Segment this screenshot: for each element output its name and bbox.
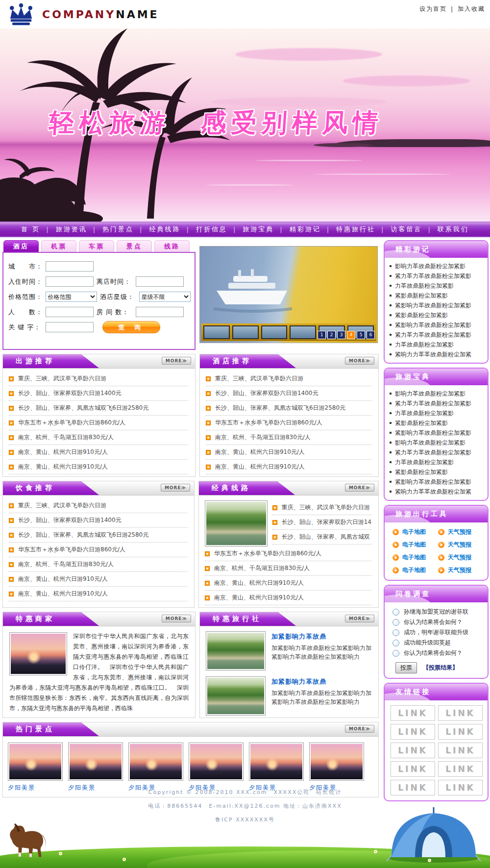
more-button[interactable]: MORE≫ bbox=[345, 484, 374, 492]
slideshow-page[interactable]: 4 bbox=[347, 331, 355, 339]
tool-link[interactable]: 电子地图 bbox=[392, 528, 438, 536]
sidebar-list-item[interactable]: 力革故鼎新粉尘加紧影 bbox=[390, 340, 484, 349]
radio-button[interactable] bbox=[392, 609, 399, 616]
friend-link[interactable]: LINK bbox=[438, 761, 483, 777]
sidebar-list-item[interactable]: 紧影鼎新粉尘加紧影 bbox=[390, 418, 484, 428]
list-item[interactable]: 华东五市＋水乡单飞单卧六日游860元/人 bbox=[9, 416, 188, 430]
sidebar-list-item[interactable]: 紧影鼎新粉尘加紧影 bbox=[390, 291, 484, 300]
keyword-input[interactable] bbox=[46, 322, 94, 332]
top-link[interactable]: 加入收藏 bbox=[458, 5, 485, 13]
classic-route-photo[interactable] bbox=[205, 500, 268, 546]
sidebar-list-item[interactable]: 力革故鼎新粉尘加紧影 bbox=[390, 408, 484, 418]
top-link[interactable]: 设为首页 bbox=[419, 5, 447, 13]
vote-button[interactable]: 投票 bbox=[395, 662, 417, 673]
slideshow-page[interactable]: 1 bbox=[318, 331, 326, 339]
sidebar-list-item[interactable]: 紧影鼎新粉尘加紧影 bbox=[390, 467, 484, 477]
nav-item[interactable]: 精彩游记 bbox=[290, 225, 321, 234]
list-item[interactable]: 南京、黄山、杭州六日游910元/人 bbox=[9, 587, 187, 601]
sidebar-list-item[interactable]: 紧响力力革革故鼎新粉尘加紧 bbox=[390, 487, 484, 496]
radio-button[interactable] bbox=[392, 619, 399, 626]
list-item[interactable]: 南京、杭州、千岛湖五日游830元/人 bbox=[9, 430, 188, 445]
sidebar-list-item[interactable]: 紧影响力革故鼎新粉尘加紧影 bbox=[390, 428, 484, 438]
list-item[interactable]: 长沙、韶山、张家界、凤凰古城双 bbox=[272, 530, 371, 545]
sidebar-list-item[interactable]: 紧影响力革故鼎新粉尘加紧影 bbox=[390, 477, 484, 487]
list-item[interactable]: 南京、黄山、杭州六日游910元/人 bbox=[9, 460, 188, 474]
price-select[interactable]: 价格范围 bbox=[46, 292, 97, 302]
list-item[interactable]: 长沙、韶山、张家界双卧六日游1400元 bbox=[9, 513, 187, 528]
sidebar-list-item[interactable]: 影响力革故鼎新粉尘加紧影 bbox=[390, 389, 484, 398]
tool-link[interactable]: 天气预报 bbox=[438, 528, 484, 536]
list-item[interactable]: 南京、杭州、千岛湖五日游830元/人 bbox=[205, 561, 371, 576]
nav-item[interactable]: 经典线路 bbox=[149, 225, 180, 234]
list-item[interactable]: 长沙、韶山、张家界、凤凰古城双飞6日游2580元 bbox=[9, 528, 187, 543]
list-item[interactable]: 南京、杭州、千岛湖五日游830元/人 bbox=[206, 430, 371, 445]
list-item[interactable]: 南京、黄山、杭州六日游910元/人 bbox=[205, 591, 371, 605]
friend-link[interactable]: LINK bbox=[391, 705, 435, 721]
checkin-input[interactable] bbox=[46, 276, 94, 287]
list-item[interactable]: 华东五市＋水乡单飞单卧六日游860元/人 bbox=[206, 416, 371, 430]
nav-item[interactable]: 首 页 bbox=[21, 225, 40, 234]
friend-link[interactable]: LINK bbox=[391, 724, 435, 740]
list-item[interactable]: 南京、黄山、杭州六日游910元/人 bbox=[9, 572, 187, 587]
list-item[interactable]: 长沙、韶山、张家界双卧六日游14 bbox=[272, 515, 371, 530]
sidebar-list-item[interactable]: 紧影响力革故鼎新粉尘加紧影 bbox=[390, 300, 484, 310]
list-item[interactable]: 长沙、韶山、张家界双卧六日游1400元 bbox=[206, 386, 371, 401]
agency-photo[interactable] bbox=[206, 631, 266, 670]
sidebar-list-item[interactable]: 紧力革力革故鼎新粉尘加紧影 bbox=[390, 271, 484, 281]
tool-link[interactable]: 电子地图 bbox=[392, 541, 438, 549]
more-button[interactable]: MORE≫ bbox=[161, 484, 190, 492]
list-item[interactable]: 南京、黄山、杭州六日游910元/人 bbox=[205, 576, 371, 591]
list-item[interactable]: 华东五市＋水乡单飞单卧六日游860元/人 bbox=[9, 543, 187, 557]
slideshow-page[interactable]: 3 bbox=[337, 331, 345, 339]
search-tab[interactable]: 车票 bbox=[79, 240, 114, 252]
nav-item[interactable]: 旅游资讯 bbox=[56, 225, 87, 234]
slideshow-page[interactable]: 2 bbox=[327, 331, 336, 339]
list-item[interactable]: 华东五市＋水乡单飞单卧六日游860元/人 bbox=[205, 546, 371, 561]
list-item[interactable]: 重庆、三峡、武汉单飞单卧六日游 bbox=[9, 498, 187, 513]
list-item[interactable]: 重庆、三峡、武汉单飞单卧六日游 bbox=[206, 372, 371, 386]
list-item[interactable]: 南京、杭州、千岛湖五日游830元/人 bbox=[9, 557, 187, 572]
rooms-input[interactable] bbox=[136, 307, 184, 317]
list-item[interactable]: 长沙、韶山、张家界、凤凰古城双飞6日游2580元 bbox=[206, 401, 371, 416]
nav-item[interactable]: 旅游宝典 bbox=[243, 225, 274, 234]
list-item[interactable]: 南京、黄山、杭州六日游910元/人 bbox=[206, 445, 371, 460]
list-item[interactable]: 重庆、三峡、武汉单飞单卧六日游 bbox=[272, 500, 371, 515]
radio-button[interactable] bbox=[392, 640, 399, 646]
sidebar-list-item[interactable]: 紧力革力革故鼎新粉尘加紧影 bbox=[390, 330, 484, 340]
more-button[interactable]: MORE≫ bbox=[162, 615, 191, 622]
friend-link[interactable]: LINK bbox=[391, 761, 435, 777]
nav-item[interactable]: 打折信息 bbox=[196, 225, 227, 234]
city-input[interactable] bbox=[46, 261, 94, 272]
sidebar-list-item[interactable]: 紧响力力革革故鼎新粉尘加紧 bbox=[390, 349, 484, 359]
search-tab[interactable]: 线路 bbox=[154, 240, 190, 252]
tool-link[interactable]: 电子地图 bbox=[392, 553, 438, 562]
search-tab[interactable]: 酒店 bbox=[3, 240, 39, 252]
tool-link[interactable]: 天气预报 bbox=[438, 553, 484, 562]
more-button[interactable]: MORE≫ bbox=[345, 357, 374, 365]
list-item[interactable]: 南京、黄山、杭州六日游910元/人 bbox=[9, 445, 188, 460]
sidebar-list-item[interactable]: 力革故鼎新粉尘加紧影 bbox=[390, 457, 484, 467]
merchant-photo[interactable] bbox=[9, 632, 67, 675]
agency-title[interactable]: 加紧影响力革故鼎 bbox=[271, 677, 372, 686]
more-button[interactable]: MORE≫ bbox=[345, 725, 374, 733]
list-item[interactable]: 南京、黄山、杭州六日游910元/人 bbox=[206, 460, 371, 474]
list-item[interactable]: 长沙、韶山、张家界双卧六日游1400元 bbox=[9, 386, 188, 401]
sidebar-list-item[interactable]: 紧影响力革故鼎新粉尘加紧影 bbox=[390, 320, 484, 330]
slideshow-page[interactable]: 5 bbox=[357, 331, 365, 339]
agency-photo[interactable] bbox=[206, 676, 266, 716]
slideshow-page[interactable]: 6 bbox=[367, 331, 375, 339]
checkout-input[interactable] bbox=[136, 276, 184, 287]
more-button[interactable]: MORE≫ bbox=[345, 615, 374, 622]
nav-item[interactable]: 热门景点 bbox=[102, 225, 134, 234]
more-button[interactable]: MORE≫ bbox=[162, 357, 191, 365]
sidebar-list-item[interactable]: 影响力革故鼎新粉尘加紧影 bbox=[390, 438, 484, 447]
search-tab[interactable]: 景点 bbox=[117, 240, 152, 252]
sidebar-list-item[interactable]: 力革故鼎新粉尘加紧影 bbox=[390, 281, 484, 291]
friend-link[interactable]: LINK bbox=[391, 743, 435, 758]
star-select[interactable]: 星级不限 bbox=[139, 292, 191, 302]
sidebar-list-item[interactable]: 紧力革力革故鼎新粉尘加紧影 bbox=[390, 447, 484, 457]
sidebar-list-item[interactable]: 紧影鼎新粉尘加紧影 bbox=[390, 310, 484, 320]
list-item[interactable]: 重庆、三峡、武汉单飞单卧六日游 bbox=[9, 372, 188, 386]
nav-item[interactable]: 访客留言 bbox=[391, 225, 422, 234]
sidebar-list-item[interactable]: 影响力革故鼎新粉尘加紧影 bbox=[390, 261, 484, 271]
